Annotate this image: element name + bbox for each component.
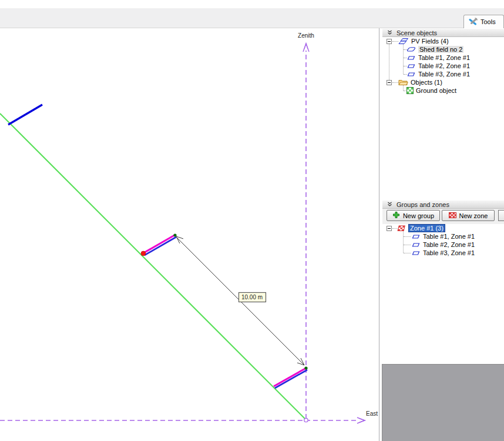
tools-tab[interactable]: Tools	[463, 15, 504, 28]
table-icon	[406, 55, 416, 61]
tree-item-table2[interactable]: Table #2, Zone #1	[382, 62, 504, 70]
scene-objects-header: Scene objects	[382, 28, 504, 37]
origin-marker	[304, 418, 308, 422]
table-icon	[406, 72, 416, 77]
shed-field-line[interactable]	[8, 105, 42, 125]
tree-item-objects[interactable]: Objects (1)	[382, 78, 504, 86]
app-window: Tools East Zenith	[0, 0, 504, 441]
tree-item-zone-table2[interactable]: Table #2, Zone #1	[382, 240, 504, 249]
new-zone-label: New zone	[459, 212, 488, 219]
toolbar-strip	[0, 8, 504, 28]
east-axis-label: East	[366, 410, 378, 417]
right-panel: Scene objects PV Fields (4)	[379, 28, 504, 441]
ground-line[interactable]	[0, 113, 306, 420]
table-anchor-green[interactable]	[304, 366, 307, 369]
tree-item-label: Table #1, Zone #1	[423, 233, 475, 240]
collapse-icon[interactable]	[387, 201, 392, 208]
partial-button-edge	[498, 210, 504, 221]
scene-canvas[interactable]: East Zenith	[0, 28, 379, 441]
tree-item-zone-table3[interactable]: Table #3, Zone #1	[382, 249, 504, 257]
tree-item-table3[interactable]: Table #3, Zone #1	[382, 70, 504, 78]
table-anchor-green[interactable]	[173, 233, 176, 236]
tree-item-table1[interactable]: Table #1, Zone #1	[382, 54, 504, 62]
tree-item-label: Table #3, Zone #1	[418, 71, 470, 78]
folder-icon	[398, 79, 408, 86]
panel-title: Groups and zones	[397, 201, 449, 208]
collapse-toggle[interactable]	[387, 80, 392, 85]
scene-objects-tree: PV Fields (4) Shed field no 2 Table #1, …	[382, 37, 504, 200]
zenith-axis-label: Zenith	[298, 32, 314, 39]
dimension-label: 10.00 m	[241, 294, 263, 300]
tree-item-label: Zone #1 (3)	[408, 224, 445, 232]
tree-item-label: Shed field no 2	[418, 46, 463, 53]
table-anchor-red[interactable]	[141, 251, 146, 256]
collapse-toggle[interactable]	[387, 226, 392, 231]
pv-table-mid[interactable]	[141, 233, 177, 256]
empty-area	[382, 364, 504, 441]
dimension-arrow: 10.00 m	[176, 236, 304, 365]
tree-item-label: Table #2, Zone #1	[418, 62, 470, 69]
new-group-label: New group	[403, 212, 434, 219]
groups-zones-tree: Zone #1 (3) Table #1, Zone #1 Table #2, …	[382, 224, 504, 363]
zone-icon	[449, 212, 456, 219]
panel-title: Scene objects	[397, 29, 437, 36]
tools-tab-label: Tools	[481, 18, 496, 25]
new-zone-button[interactable]: New zone	[442, 210, 495, 221]
tree-item-ground-object[interactable]: Ground object	[382, 86, 504, 95]
tree-item-label: Table #3, Zone #1	[423, 249, 475, 256]
tree-item-label: Table #2, Zone #1	[423, 241, 475, 248]
pv-fields-icon	[398, 38, 409, 45]
table-icon	[406, 64, 416, 69]
ground-icon	[406, 87, 414, 94]
collapse-icon[interactable]	[387, 29, 392, 36]
tree-item-pv-fields[interactable]: PV Fields (4)	[382, 37, 504, 45]
tree-item-label: Ground object	[416, 87, 456, 94]
tree-item-zone-table1[interactable]: Table #1, Zone #1	[382, 232, 504, 240]
east-axis: East	[0, 410, 378, 423]
table-icon	[411, 242, 421, 248]
shed-icon	[406, 46, 416, 52]
tree-item-shed-field[interactable]: Shed field no 2	[382, 45, 504, 54]
tree-item-label: Table #1, Zone #1	[418, 54, 470, 61]
tree-item-label: Objects (1)	[411, 79, 442, 86]
plus-icon	[392, 211, 400, 220]
groups-zones-header: Groups and zones	[382, 200, 504, 209]
pv-table-low[interactable]	[274, 366, 308, 388]
groups-toolbar: New group New zone	[382, 209, 504, 224]
collapse-toggle[interactable]	[387, 39, 392, 44]
tools-icon	[468, 18, 478, 26]
zone-icon	[397, 225, 406, 232]
tree-item-zone1[interactable]: Zone #1 (3)	[382, 224, 504, 232]
table-icon	[411, 234, 421, 239]
tree-item-label: PV Fields (4)	[411, 38, 449, 45]
zenith-axis: Zenith	[298, 32, 314, 419]
new-group-button[interactable]: New group	[387, 210, 440, 221]
table-icon	[411, 250, 421, 256]
